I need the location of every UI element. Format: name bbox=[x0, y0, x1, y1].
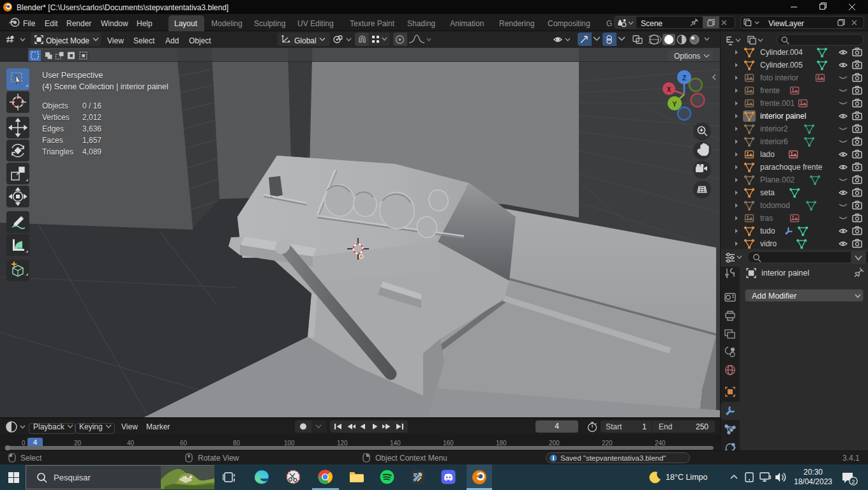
svg-text:2: 2 bbox=[851, 478, 855, 485]
svg-text:Cylinder.004: Cylinder.004 bbox=[760, 48, 803, 57]
svg-text:parachoque frente: parachoque frente bbox=[760, 163, 823, 172]
svg-text:interior2: interior2 bbox=[760, 124, 788, 133]
svg-text:frente.001: frente.001 bbox=[760, 99, 795, 108]
svg-text:lado: lado bbox=[760, 150, 775, 159]
svg-text:vidro: vidro bbox=[760, 239, 777, 248]
svg-text:frente: frente bbox=[760, 86, 780, 95]
svg-text:todomod: todomod bbox=[760, 201, 790, 210]
svg-text:Y: Y bbox=[672, 100, 677, 108]
svg-text:interior painel: interior painel bbox=[760, 112, 806, 121]
svg-text:Cylinder.005: Cylinder.005 bbox=[760, 61, 803, 70]
svg-text:Plane.002: Plane.002 bbox=[760, 175, 795, 184]
svg-text:tras: tras bbox=[760, 214, 773, 223]
svg-text:Z: Z bbox=[682, 74, 687, 82]
svg-text:foto interior: foto interior bbox=[760, 73, 798, 82]
svg-text:tudo: tudo bbox=[760, 226, 775, 235]
svg-text:seta: seta bbox=[760, 188, 775, 197]
svg-text:X: X bbox=[667, 86, 671, 93]
svg-text:interior6: interior6 bbox=[760, 137, 788, 146]
